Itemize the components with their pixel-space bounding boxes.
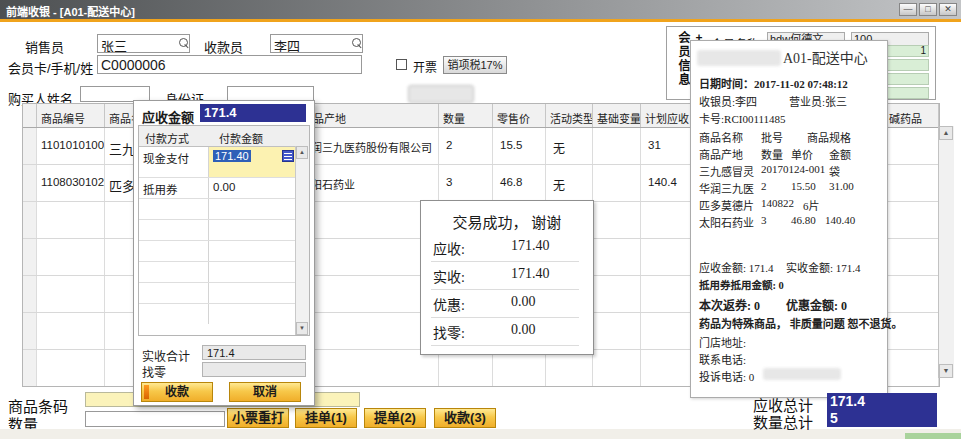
table-scrollbar[interactable]: ▲ ▼ [938, 126, 954, 378]
column-header-planned[interactable]: 计划应收 [641, 104, 691, 127]
receipt-datetime: 日期时间：2017-11-02 07:48:12 [699, 75, 848, 91]
close-icon[interactable]: ✕ [939, 3, 957, 16]
receipt-item: 46.80 [791, 214, 816, 226]
focus-marker [144, 385, 149, 399]
payment-grid-header: 付款方式 付款金额 [139, 126, 309, 147]
method-cell: 抵用券 [139, 178, 209, 198]
success-row: 优惠:0.00 [431, 291, 579, 318]
column-header-qty[interactable]: 数量 [439, 104, 493, 127]
row-selector[interactable] [23, 165, 37, 201]
receipt-item: 140.40 [825, 214, 855, 226]
column-header-code[interactable]: 商品编号 [37, 104, 105, 127]
receipt-col-header: 数量 [761, 146, 783, 162]
column-header-price[interactable]: 零售价 [493, 104, 546, 127]
accent-bar [0, 19, 961, 22]
cell-qty: 3 [439, 165, 493, 201]
receipt-col-header: 商品产地 [699, 146, 743, 162]
invoice-checkbox[interactable] [396, 59, 407, 70]
maximize-icon[interactable]: □ [919, 3, 937, 16]
column-header-amount: 付款金额 [209, 126, 309, 146]
cell-price: 46.8 [493, 165, 546, 201]
search-icon[interactable] [179, 38, 188, 47]
cell-planned: 140.4 [641, 165, 691, 201]
receipt-col-header: 批号 [761, 129, 783, 145]
receipt-card-no: 卡号:RCI00111485 [699, 110, 786, 126]
total-due-field: 171.4 [827, 393, 937, 410]
receipt-item: 6片 [803, 197, 820, 213]
bottom-green-indicator [905, 433, 961, 439]
row-selector[interactable] [23, 128, 37, 164]
payment-methods-grid: 付款方式 付款金额 现金支付 171.40 抵用券 0.00 ▲ [138, 125, 310, 336]
receipt-preview: A01-配送中心 日期时间：2017-11-02 07:48:12 收银员:李四… [690, 40, 888, 398]
member-card-label: 会员卡/手机/姓 [8, 58, 93, 77]
receipt-return-voucher: 本次返券: 0 [699, 296, 760, 314]
salesperson-label: 销售员 [25, 37, 64, 56]
search-icon[interactable] [352, 38, 361, 47]
invoice-label: 开票 [413, 58, 437, 75]
receipt-item: 袋 [829, 163, 840, 179]
scroll-up-icon[interactable]: ▲ [296, 146, 308, 159]
cashier-input[interactable]: 李四 [270, 34, 363, 53]
confirm-payment-button[interactable]: 收款 [141, 382, 213, 402]
dialog-scrollbar[interactable]: ▲ ▼ [295, 146, 309, 335]
receipt-item: 2 [761, 180, 767, 192]
receipt-item: 太阳石药业 [699, 214, 754, 230]
receipt-phone-label: 联系电话: [699, 351, 746, 367]
pos-window: 前端收银 - [A01-配送中心] — □ ✕ 销售员 张三 收款员 李四 会员… [0, 0, 961, 439]
receipt-col-header: 单价 [791, 146, 813, 162]
success-row: 实收:171.40 [431, 263, 579, 290]
cell-code: 11010101001 [37, 128, 105, 164]
cell-activity: 无 [546, 128, 593, 164]
reprint-receipt-button[interactable]: 小票重打 [227, 408, 289, 428]
total-qty-label: 数量总计 [753, 411, 813, 432]
scroll-up-icon[interactable]: ▲ [939, 126, 953, 140]
column-header-method: 付款方式 [139, 126, 209, 146]
quantity-input[interactable] [85, 411, 225, 427]
receipt-voucher-line: 抵用券抵用金额: 0 [699, 277, 784, 292]
receipt-col-header: 金额 [829, 146, 851, 162]
output-tax-button[interactable]: 销项税17% [443, 56, 507, 74]
payment-row-cash[interactable]: 现金支付 171.40 [139, 147, 309, 178]
receipt-item: 140822 [761, 197, 794, 209]
keypad-icon[interactable] [282, 150, 294, 162]
payment-row-voucher[interactable]: 抵用券 0.00 [139, 178, 309, 199]
receipt-clerk: 营业员:张三 [789, 93, 847, 109]
minimize-icon[interactable]: — [899, 3, 917, 16]
amount-due-field[interactable]: 171.4 [200, 104, 306, 122]
retrieve-order-button[interactable]: 提单(2) [364, 408, 426, 428]
scroll-down-icon[interactable]: ▼ [296, 322, 308, 335]
received-total-label: 实收合计 [142, 347, 190, 364]
hold-order-button[interactable]: 挂单(1) [295, 408, 357, 428]
receipt-notice: 药品为特殊商品， 非质量问题 恕不退货。 [699, 315, 903, 331]
redacted-store-name [697, 50, 781, 66]
cell-code: 11080301027 [37, 165, 105, 201]
receipt-item: 31.00 [829, 180, 854, 192]
window-controls: — □ ✕ [899, 3, 957, 16]
success-title: 交易成功， 谢谢 [421, 211, 593, 232]
cancel-button[interactable]: 取消 [229, 382, 301, 402]
cancel-label: 取消 [253, 385, 277, 399]
amount-cell-cash[interactable]: 171.40 [209, 147, 297, 177]
change-field [202, 362, 306, 377]
checkout-button[interactable]: 收款(3) [434, 408, 496, 428]
column-header-base[interactable]: 基础变量 [593, 104, 641, 127]
total-qty-field: 5 [827, 410, 937, 427]
cell-base [593, 128, 641, 164]
salesperson-input[interactable]: 张三 [97, 34, 190, 53]
receipt-item: 3 [761, 214, 767, 226]
receipt-complaint-label: 投诉电话: 0 [699, 368, 754, 384]
received-total-field: 171.4 [202, 345, 306, 360]
column-header-origin[interactable]: 商品产地 [298, 104, 439, 127]
amount-cell: 0.00 [209, 178, 297, 198]
scroll-down-icon[interactable]: ▼ [939, 364, 953, 378]
receipt-title: A01-配送中心 [783, 47, 868, 67]
column-header-partial[interactable]: 碱药品 [885, 104, 939, 127]
cashier-label: 收款员 [204, 37, 243, 56]
cell-activity: 无 [546, 165, 593, 201]
receipt-address-label: 门店地址: [699, 334, 746, 350]
receipt-item: 匹多莫德片 [699, 197, 754, 213]
member-card-input[interactable]: C0000006 [97, 55, 362, 74]
receipt-item: 20170124-001 [761, 163, 825, 175]
receipt-item: 15.50 [791, 180, 816, 192]
column-header-activity[interactable]: 活动类型 [546, 104, 593, 127]
